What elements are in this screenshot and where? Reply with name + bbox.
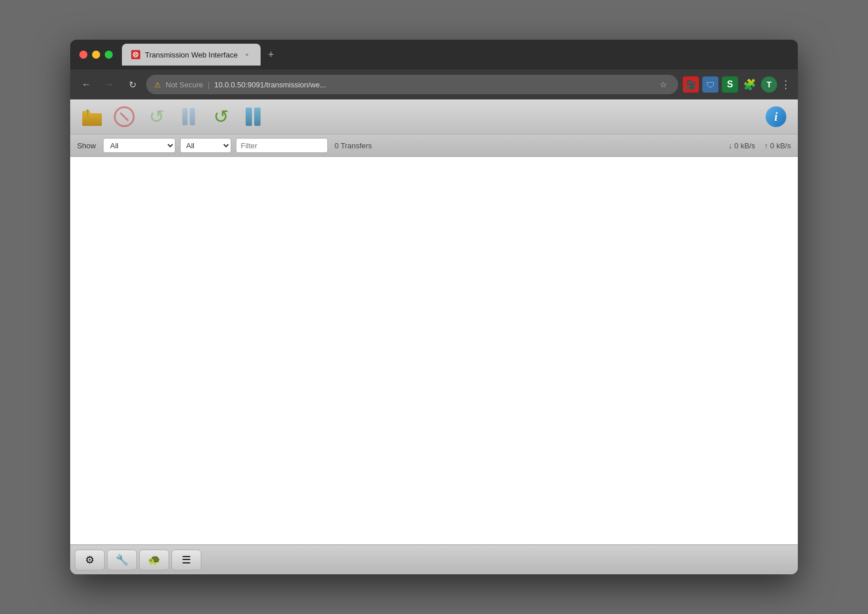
resume-icon: ↺ — [149, 106, 165, 128]
pause-all-bar-right — [254, 108, 261, 126]
tab-title: Transmission Web Interface — [145, 51, 238, 59]
puzzle-extension-icon[interactable]: 🧩 — [741, 76, 758, 93]
open-folder-icon: ↑ — [81, 108, 103, 126]
pause-bar-right — [190, 108, 195, 125]
security-warning-icon: ⚠ — [154, 80, 161, 89]
pause-button[interactable] — [174, 104, 204, 129]
filter-bar: Show All Downloading Seeding Stopped Fin… — [70, 135, 798, 157]
bookmark-icon[interactable]: ☆ — [656, 78, 670, 91]
show-label: Show — [77, 141, 96, 150]
page-content: ↑ ↺ ↺ — [70, 99, 798, 574]
address-bar[interactable]: ⚠ Not Secure | 10.0.0.50:9091/transmissi… — [146, 75, 678, 94]
title-bar: ⛒ Transmission Web Interface × + — [70, 40, 798, 70]
filter-select[interactable]: All Active Inactive — [180, 138, 231, 153]
show-select[interactable]: All Downloading Seeding Stopped Finished — [103, 138, 175, 153]
browser-window: ⛒ Transmission Web Interface × + ← → ↻ ⚠… — [70, 40, 798, 574]
tab-bar: ⛒ Transmission Web Interface × + — [122, 44, 789, 66]
bottom-toolbar: ⚙ 🔧 🐢 ☰ — [70, 544, 798, 574]
pause-all-button[interactable] — [238, 104, 268, 129]
menu-lines-icon: ☰ — [182, 554, 191, 566]
nav-bar: ← → ↻ ⚠ Not Secure | 10.0.0.50:9091/tran… — [70, 70, 798, 99]
wrench-button[interactable]: 🔧 — [107, 550, 137, 570]
s-extension-icon[interactable]: S — [722, 76, 738, 93]
pause-bar-left — [182, 108, 188, 125]
turtle-icon: 🐢 — [148, 554, 160, 566]
extension-icons: 🎥 🛡 S 🧩 T ⋮ — [683, 76, 791, 93]
traffic-lights — [79, 51, 113, 59]
settings-button[interactable]: ⚙ — [75, 550, 105, 570]
download-speed: ↓ 0 kB/s — [729, 141, 755, 150]
resume-all-icon: ↺ — [213, 106, 229, 128]
tab-close-button[interactable]: × — [242, 50, 251, 59]
pause-icon — [182, 108, 195, 125]
recorder-extension-icon[interactable]: 🎥 — [683, 76, 699, 93]
transfers-count: 0 Transfers — [335, 141, 372, 150]
url-text: 10.0.0.50:9091/transmission/we... — [214, 80, 652, 89]
transmission-toolbar: ↑ ↺ ↺ — [70, 99, 798, 135]
maximize-button[interactable] — [105, 51, 113, 59]
new-tab-button[interactable]: + — [263, 47, 279, 63]
resume-all-button[interactable]: ↺ — [206, 104, 236, 129]
forward-button[interactable]: → — [100, 75, 118, 94]
account-icon[interactable]: T — [761, 76, 777, 93]
reload-button[interactable]: ↻ — [123, 75, 142, 94]
back-button[interactable]: ← — [77, 75, 95, 94]
upload-speed: ↑ 0 kB/s — [764, 141, 791, 150]
url-separator: | — [208, 80, 209, 89]
close-button[interactable] — [79, 51, 87, 59]
pause-all-icon — [246, 108, 261, 126]
gear-icon: ⚙ — [85, 554, 94, 566]
active-tab[interactable]: ⛒ Transmission Web Interface × — [122, 44, 261, 66]
pause-all-bar-left — [246, 108, 252, 126]
shield-extension-icon[interactable]: 🛡 — [702, 76, 718, 93]
folder-arrow-icon: ↑ — [85, 105, 90, 118]
torrent-list — [70, 157, 798, 544]
queue-button[interactable]: ☰ — [171, 550, 201, 570]
minimize-button[interactable] — [92, 51, 100, 59]
turtle-button[interactable]: 🐢 — [139, 550, 169, 570]
info-button[interactable]: i — [761, 104, 791, 129]
tab-favicon: ⛒ — [131, 50, 140, 59]
speed-info: ↓ 0 kB/s ↑ 0 kB/s — [729, 141, 791, 150]
remove-icon — [114, 106, 135, 127]
filter-input[interactable] — [236, 138, 328, 153]
remove-button[interactable] — [109, 104, 139, 129]
resume-button[interactable]: ↺ — [142, 104, 171, 129]
not-secure-label: Not Secure — [166, 80, 203, 89]
open-torrent-button[interactable]: ↑ — [77, 104, 107, 129]
info-icon: i — [766, 106, 786, 127]
browser-menu-icon[interactable]: ⋮ — [781, 78, 791, 91]
wrench-icon: 🔧 — [116, 554, 128, 566]
